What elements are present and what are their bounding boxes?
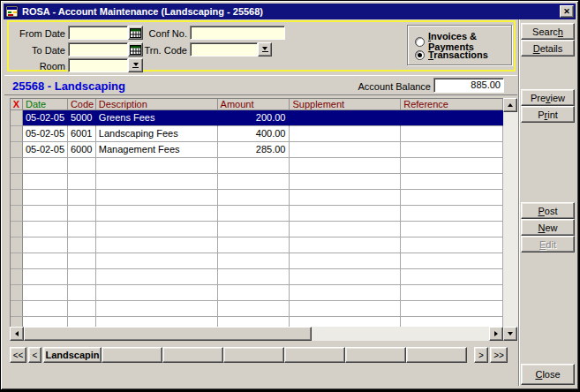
column-header-x[interactable]: X <box>11 99 23 110</box>
cell-description <box>96 158 218 174</box>
pager-empty-tab[interactable] <box>102 347 162 363</box>
row-selector-cell[interactable] <box>11 158 23 174</box>
cell-reference <box>401 206 503 222</box>
column-header-date[interactable]: Date <box>23 99 68 110</box>
table-row[interactable] <box>11 174 503 190</box>
cell-amount: 285.00 <box>218 142 290 158</box>
row-selector-cell[interactable] <box>11 126 23 142</box>
cell-code <box>68 317 96 327</box>
pager-empty-tab[interactable] <box>162 347 223 363</box>
pager-next-button[interactable]: > <box>474 347 488 363</box>
cell-amount: 400.00 <box>218 126 290 142</box>
column-header-reference[interactable]: Reference <box>401 99 503 110</box>
print-button[interactable]: Print <box>521 106 575 123</box>
row-selector-cell[interactable] <box>11 190 23 206</box>
table-row[interactable] <box>11 253 503 269</box>
row-selector-cell[interactable] <box>11 269 23 285</box>
cell-code <box>68 190 96 206</box>
table-row[interactable] <box>11 301 503 317</box>
to-date-input[interactable] <box>68 42 128 57</box>
cell-reference <box>401 285 503 301</box>
column-header-description[interactable]: Description <box>96 99 218 110</box>
cell-reference <box>401 317 503 327</box>
close-window-button[interactable]: ✕ <box>560 5 574 18</box>
cell-date <box>23 269 68 285</box>
row-selector-cell[interactable] <box>11 317 23 327</box>
pager-prev-button[interactable]: < <box>28 347 41 363</box>
title-bar: ROSA - Account Maintenance (Landscaping … <box>4 4 576 19</box>
app-icon <box>5 4 19 19</box>
pager-first-button[interactable]: << <box>10 347 26 363</box>
room-input[interactable] <box>68 58 128 72</box>
conf-no-input[interactable] <box>190 26 285 40</box>
row-selector-cell[interactable] <box>11 142 23 158</box>
dropdown-arrow-icon <box>132 63 139 68</box>
scroll-down-button[interactable] <box>503 327 517 341</box>
radio-transactions-label: Transactions <box>428 49 488 60</box>
column-header-code[interactable]: Code <box>68 99 96 110</box>
trn-code-dropdown-button[interactable] <box>258 42 272 57</box>
row-selector-cell[interactable] <box>11 222 23 237</box>
cell-code <box>68 174 96 190</box>
room-dropdown-button[interactable] <box>128 58 143 72</box>
window-title: ROSA - Account Maintenance (Landscaping … <box>22 6 263 17</box>
cell-reference <box>401 126 503 142</box>
table-row[interactable]: 05-02-05 6000 Management Fees 285.00 <box>11 142 503 158</box>
table-row[interactable] <box>11 237 503 253</box>
pager-tabstrip <box>102 347 467 363</box>
app-window: ROSA - Account Maintenance (Landscaping … <box>0 0 580 392</box>
vertical-scrollbar[interactable] <box>503 98 518 341</box>
table-row[interactable] <box>11 285 503 301</box>
pager-active-tab[interactable]: Landscapin <box>43 347 102 363</box>
cell-reference <box>401 190 503 206</box>
arrow-down-icon <box>508 332 513 335</box>
cell-reference <box>401 301 503 317</box>
pager-empty-tab[interactable] <box>345 347 406 363</box>
row-selector-cell[interactable] <box>11 206 23 222</box>
row-selector-cell[interactable] <box>11 237 23 253</box>
scroll-left-button[interactable] <box>10 327 24 341</box>
close-button[interactable]: Close <box>521 364 575 385</box>
row-selector-cell[interactable] <box>11 301 23 317</box>
table-row[interactable] <box>11 190 503 206</box>
cell-amount <box>218 174 290 190</box>
pager-empty-tab[interactable] <box>223 347 284 363</box>
horizontal-scrollbar[interactable] <box>10 327 503 341</box>
horizontal-scrollbar-thumb[interactable] <box>24 327 312 341</box>
cell-code: 6000 <box>68 142 96 158</box>
pager-last-button[interactable]: >> <box>490 347 508 363</box>
table-row[interactable]: 05-02-05 5000 Greens Fees 200.00 <box>11 110 503 126</box>
table-row[interactable] <box>11 222 503 237</box>
edit-button[interactable]: Edit <box>521 236 575 253</box>
transactions-table: X Date Code Description Amount Supplemen… <box>10 98 503 327</box>
table-row[interactable] <box>11 317 503 327</box>
table-row[interactable] <box>11 206 503 222</box>
cell-supplement <box>290 110 401 126</box>
table-row[interactable] <box>11 158 503 174</box>
to-date-label: To Date <box>9 45 65 56</box>
cell-reference <box>401 222 503 237</box>
from-date-input[interactable] <box>68 26 128 40</box>
row-selector-cell[interactable] <box>11 110 23 126</box>
cell-date <box>23 158 68 174</box>
table-row[interactable]: 05-02-05 6001 Landscaping Fees 400.00 <box>11 126 503 142</box>
row-selector-cell[interactable] <box>11 174 23 190</box>
table-row[interactable] <box>11 269 503 285</box>
column-header-supplement[interactable]: Supplement <box>290 99 401 110</box>
scroll-up-button[interactable] <box>503 98 517 112</box>
pager-empty-tab[interactable] <box>406 347 467 363</box>
search-button[interactable]: Search <box>521 23 575 40</box>
column-header-amount[interactable]: Amount <box>218 99 290 110</box>
row-selector-cell[interactable] <box>11 285 23 301</box>
post-button[interactable]: Post <box>521 202 575 219</box>
pager-empty-tab[interactable] <box>284 347 345 363</box>
radio-transactions[interactable]: Transactions <box>415 49 488 60</box>
row-selector-cell[interactable] <box>11 253 23 269</box>
trn-code-input[interactable] <box>190 42 258 57</box>
cell-date <box>23 285 68 301</box>
preview-button[interactable]: Preview <box>521 89 575 106</box>
cell-date: 05-02-05 <box>23 142 68 158</box>
details-button[interactable]: Details <box>521 40 575 57</box>
new-button[interactable]: New <box>521 219 575 236</box>
scroll-right-button[interactable] <box>489 327 503 341</box>
